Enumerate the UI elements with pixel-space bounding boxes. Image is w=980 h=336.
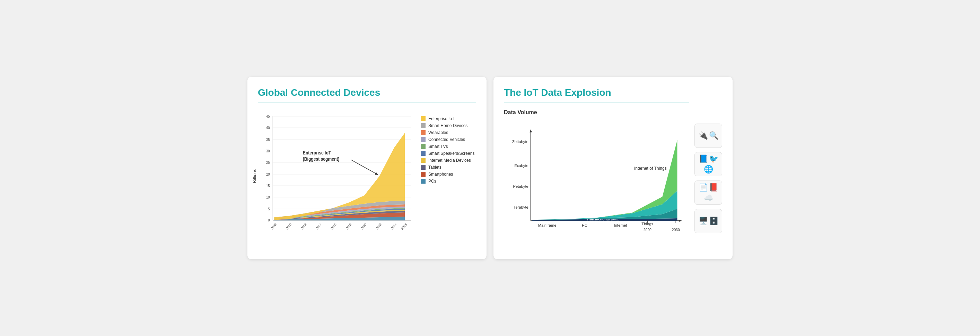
cloud-icon: ☁️ [704, 194, 713, 202]
svg-text:Mainframe: Mainframe [538, 223, 557, 227]
legend-label-enterprise-iot: Enterprise IoT [428, 116, 454, 121]
legend-label-smart-speakers: Smart Speakers/Screens [428, 151, 474, 156]
data-volume-label: Data Volume [504, 109, 689, 115]
svg-text:2014: 2014 [315, 222, 322, 230]
left-card: Global Connected Devices Billions 45 40 … [247, 77, 487, 259]
svg-text:Exabyte: Exabyte [514, 163, 528, 168]
legend-item-smart-speakers: Smart Speakers/Screens [421, 151, 476, 156]
legend-item-enterprise-iot: Enterprise IoT [421, 116, 476, 121]
svg-text:25: 25 [266, 160, 270, 165]
globe-icon: 🌐 [704, 165, 713, 174]
pdf-icon: 📕 [709, 183, 718, 192]
svg-text:2018: 2018 [345, 222, 352, 230]
svg-text:Enterprise IoT: Enterprise IoT [303, 150, 331, 155]
legend-label-wearables: Wearables [428, 130, 448, 135]
svg-text:2030: 2030 [672, 228, 680, 232]
svg-text:2020: 2020 [644, 228, 651, 232]
legend-color-pcs [421, 179, 426, 184]
icon-box-iot: 🔌 🔍 [694, 123, 722, 148]
svg-text:2012: 2012 [300, 222, 307, 230]
y-axis-label: Billions [252, 169, 257, 183]
legend-item-pcs: PCs [421, 179, 476, 184]
chart-legend: Enterprise IoT Smart Home Devices Wearab… [421, 109, 476, 184]
main-container: Global Connected Devices Billions 45 40 … [247, 77, 733, 259]
legend-item-wearables: Wearables [421, 130, 476, 135]
svg-text:45: 45 [266, 114, 270, 118]
svg-marker-47 [679, 219, 682, 222]
svg-text:2025: 2025 [401, 222, 407, 230]
legend-color-internet-media [421, 158, 426, 163]
icon-box-files: 📄 📕 ☁️ [694, 181, 722, 205]
left-divider [258, 102, 476, 102]
iot-chart-area: Zettabyte Exabyte Petabyte Terabyte Tran… [504, 119, 689, 249]
svg-text:2020: 2020 [360, 222, 367, 230]
document-icon: 📄 [698, 183, 708, 192]
svg-text:2008: 2008 [270, 222, 277, 230]
legend-color-smartphones [421, 172, 426, 177]
legend-color-tablets [421, 165, 426, 170]
legend-item-connected-vehicles: Connected Vehicles [421, 137, 476, 142]
svg-text:Zettabyte: Zettabyte [512, 139, 528, 144]
legend-color-smart-tvs [421, 144, 426, 149]
svg-text:0: 0 [268, 218, 270, 222]
right-card-title: The IoT Data Explosion [504, 87, 689, 98]
iot-chart-svg: Zettabyte Exabyte Petabyte Terabyte Tran… [504, 119, 689, 248]
chip-icon: 🔌 [698, 131, 708, 140]
svg-text:(Biggest segment): (Biggest segment) [303, 156, 340, 162]
legend-color-enterprise-iot [421, 116, 426, 121]
legend-label-internet-media: Internet Media Devices [428, 158, 471, 163]
legend-label-pcs: PCs [428, 179, 436, 184]
search-icon: 🔍 [709, 131, 718, 140]
legend-label-smart-home: Smart Home Devices [428, 123, 468, 128]
legend-item-smart-tvs: Smart TVs [421, 144, 476, 149]
legend-item-smart-home: Smart Home Devices [421, 123, 476, 128]
legend-label-tablets: Tablets [428, 165, 441, 170]
svg-text:2024: 2024 [390, 222, 397, 230]
left-chart-area: Billions 45 40 35 30 25 [258, 109, 476, 243]
legend-label-smartphones: Smartphones [428, 172, 453, 177]
svg-text:35: 35 [266, 138, 270, 142]
legend-color-connected-vehicles [421, 137, 426, 142]
facebook-icon: 📘 [698, 154, 708, 163]
svg-text:30: 30 [266, 149, 270, 153]
svg-text:Terabyte: Terabyte [514, 205, 528, 209]
database-icon: 🗄️ [709, 217, 718, 226]
legend-color-wearables [421, 130, 426, 135]
svg-text:5: 5 [268, 207, 270, 211]
svg-text:Internet: Internet [614, 223, 628, 227]
icon-box-social: 📘 🐦 🌐 [694, 152, 722, 176]
svg-text:20: 20 [266, 172, 270, 176]
svg-text:Petabyte: Petabyte [513, 184, 528, 189]
right-main: The IoT Data Explosion Data Volume Zetta… [504, 87, 689, 249]
svg-text:40: 40 [266, 126, 270, 130]
icon-box-servers: 🖥️ 🗄️ [694, 209, 722, 233]
svg-text:2016: 2016 [330, 222, 337, 230]
area-chart-container: Billions 45 40 35 30 25 [258, 109, 414, 243]
side-icons-panel: 🔌 🔍 📘 🐦 🌐 📄 📕 ☁️ 🖥️ 🗄️ [694, 87, 722, 249]
svg-line-41 [351, 160, 378, 174]
svg-text:PC: PC [582, 223, 587, 227]
svg-text:2010: 2010 [285, 222, 292, 230]
right-divider [504, 102, 689, 102]
svg-text:15: 15 [266, 184, 270, 188]
right-card: The IoT Data Explosion Data Volume Zetta… [493, 77, 733, 259]
svg-marker-46 [530, 130, 532, 133]
legend-color-smart-speakers [421, 151, 426, 156]
svg-text:Internet of Things: Internet of Things [634, 166, 667, 171]
legend-label-connected-vehicles: Connected Vehicles [428, 137, 465, 142]
legend-item-smartphones: Smartphones [421, 172, 476, 177]
server-icon: 🖥️ [698, 217, 708, 226]
left-card-title: Global Connected Devices [258, 87, 476, 98]
twitter-icon: 🐦 [709, 154, 718, 163]
svg-text:2022: 2022 [375, 222, 382, 230]
legend-item-tablets: Tablets [421, 165, 476, 170]
legend-color-smart-home [421, 123, 426, 128]
legend-item-internet-media: Internet Media Devices [421, 158, 476, 163]
svg-text:10: 10 [266, 195, 270, 199]
area-chart-svg: 45 40 35 30 25 20 15 10 5 [258, 109, 414, 241]
legend-label-smart-tvs: Smart TVs [428, 144, 448, 149]
